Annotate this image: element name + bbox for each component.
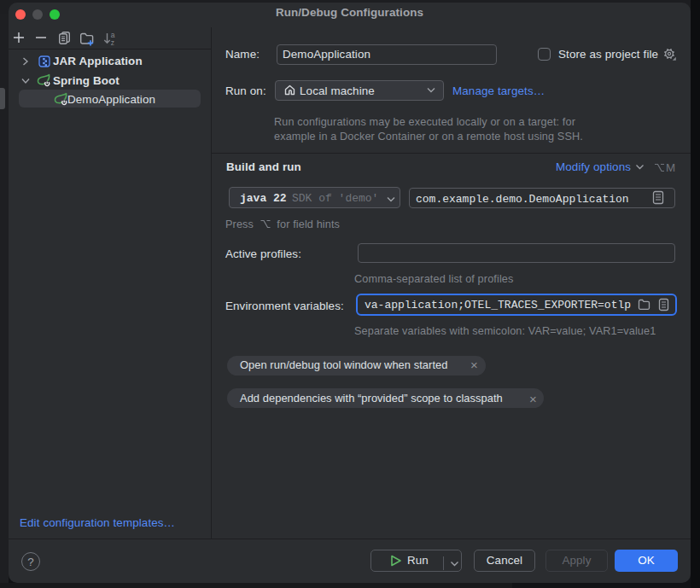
svg-text:z: z — [111, 38, 114, 46]
